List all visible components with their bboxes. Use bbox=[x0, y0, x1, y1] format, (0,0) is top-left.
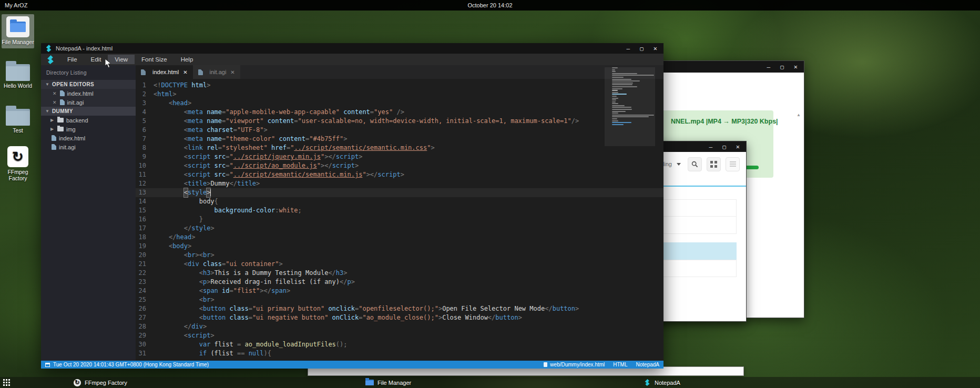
taskbar-item-file-manager[interactable]: File Manager bbox=[365, 377, 411, 388]
search-button[interactable] bbox=[688, 157, 702, 171]
code-line: 4 <meta name="apple-mobile-web-app-capab… bbox=[136, 108, 663, 117]
desktop-icon-test[interactable]: Test bbox=[2, 109, 34, 134]
menu-view[interactable]: View bbox=[108, 55, 135, 64]
status-file-path[interactable]: web/Dummy/index.html bbox=[550, 362, 605, 367]
code-line: 11 <script src="../script/semantic/seman… bbox=[136, 170, 663, 179]
code-line: 14 body{ bbox=[136, 197, 663, 206]
section-label: DUMMY bbox=[52, 108, 73, 114]
minimap[interactable] bbox=[612, 67, 655, 204]
chevron-down-icon: ▼ bbox=[45, 109, 50, 114]
minimize-button[interactable]: – bbox=[627, 46, 630, 52]
minimize-button[interactable]: – bbox=[709, 144, 713, 150]
maximize-button[interactable]: ▢ bbox=[722, 144, 726, 150]
notepada-logo-icon bbox=[45, 45, 53, 52]
menu-file[interactable]: File bbox=[60, 55, 84, 64]
project-section-dummy[interactable]: ▼ DUMMY bbox=[41, 107, 136, 116]
code-line: 18 </head> bbox=[136, 233, 663, 242]
code-editor: index.html ✕ init.agi ✕ 1<!DOCTYPE html>… bbox=[136, 65, 663, 361]
close-icon[interactable]: ✕ bbox=[230, 69, 234, 75]
menu-edit[interactable]: Edit bbox=[84, 55, 108, 64]
editor-tab-bar: index.html ✕ init.agi ✕ bbox=[136, 65, 663, 79]
file-icon bbox=[198, 69, 203, 75]
status-datetime: Tue Oct 20 2020 14:01:43 GMT+0800 (Hong … bbox=[53, 362, 209, 367]
desktop: My ArOZ October 20 14:02 File Manager He… bbox=[0, 0, 980, 388]
code-line: 20 <br><br> bbox=[136, 251, 663, 260]
ffmpeg-factory-icon: ↻ bbox=[7, 146, 28, 167]
file-icon bbox=[52, 144, 56, 150]
open-editors-section[interactable]: ▼ OPEN EDITORS bbox=[41, 80, 136, 89]
top-bar: My ArOZ October 20 14:02 bbox=[0, 0, 980, 11]
code-line: 27 <button class="ui negative button" on… bbox=[136, 313, 663, 322]
file-name: init.agi bbox=[59, 144, 76, 150]
list-view-button[interactable] bbox=[726, 157, 740, 171]
notepada-window: NotepadA - index.html – ▢ ✕ File Edit Vi… bbox=[41, 43, 663, 369]
maximize-button[interactable]: ▢ bbox=[780, 64, 784, 70]
code-line: 10 <script src="../script/ao_module.js">… bbox=[136, 161, 663, 170]
code-line: 8 <link rel="stylesheet" href="../script… bbox=[136, 144, 663, 152]
code-line: 26 <button class="ui primary button" onc… bbox=[136, 304, 663, 313]
folder-name: img bbox=[66, 126, 76, 132]
window-titlebar[interactable]: NotepadA - index.html – ▢ ✕ bbox=[41, 43, 663, 54]
menu-font-size[interactable]: Font Size bbox=[135, 55, 174, 64]
grid-view-button[interactable] bbox=[707, 157, 721, 171]
code-line: 16 } bbox=[136, 215, 663, 224]
file-icon bbox=[544, 362, 547, 367]
tree-folder-backend[interactable]: ▶ backend bbox=[41, 116, 136, 125]
tab-index-html[interactable]: index.html ✕ bbox=[136, 65, 193, 79]
desktop-icon-hello-world[interactable]: Hello World bbox=[2, 64, 34, 89]
code-line: 17 </style> bbox=[136, 224, 663, 233]
file-icon bbox=[60, 99, 65, 105]
file-explorer-sidebar: Directory Listing ▼ OPEN EDITORS ✕ index… bbox=[41, 65, 136, 361]
system-menu[interactable]: My ArOZ bbox=[5, 2, 27, 8]
code-line: 29 <script> bbox=[136, 331, 663, 340]
app-launcher-button[interactable] bbox=[3, 379, 11, 386]
close-icon[interactable]: ✕ bbox=[53, 100, 57, 105]
open-editor-item-index-html[interactable]: ✕ index.html bbox=[41, 89, 136, 98]
tree-file-index-html[interactable]: index.html bbox=[41, 134, 136, 142]
code-line: 2<html> bbox=[136, 90, 663, 99]
sidebar-heading: Directory Listing bbox=[41, 65, 136, 80]
close-button[interactable]: ✕ bbox=[654, 45, 657, 52]
code-line: 3 <head> bbox=[136, 99, 663, 108]
taskbar-item-label: NotepadA bbox=[655, 380, 680, 386]
file-icon bbox=[60, 90, 65, 96]
scroll-up-icon[interactable]: ▲ bbox=[797, 113, 801, 117]
close-button[interactable]: ✕ bbox=[736, 144, 740, 150]
tree-folder-img[interactable]: ▶ img bbox=[41, 125, 136, 134]
tab-init-agi[interactable]: init.agi ✕ bbox=[193, 65, 240, 79]
close-icon[interactable]: ✕ bbox=[53, 91, 57, 96]
tab-label: index.html bbox=[152, 69, 179, 75]
chevron-down-icon[interactable] bbox=[677, 163, 681, 166]
close-icon[interactable]: ✕ bbox=[183, 69, 187, 75]
code-line: 21 <div class="ui container"> bbox=[136, 260, 663, 269]
folder-icon bbox=[57, 118, 64, 122]
taskbar-item-ffmpeg-factory[interactable]: ↻ FFmpeg Factory bbox=[74, 377, 127, 388]
code-line: 5 <meta name="viewport" content="user-sc… bbox=[136, 117, 663, 126]
open-editor-item-init-agi[interactable]: ✕ init.agi bbox=[41, 98, 136, 107]
menu-help[interactable]: Help bbox=[174, 55, 200, 64]
code-text-area[interactable]: 1<!DOCTYPE html>2<html>3 <head>4 <meta n… bbox=[136, 79, 663, 361]
file-name: index.html bbox=[59, 135, 85, 141]
close-button[interactable]: ✕ bbox=[794, 64, 798, 70]
file-name: index.html bbox=[67, 90, 94, 97]
code-line: 19 <body> bbox=[136, 242, 663, 251]
file-icon bbox=[52, 135, 56, 141]
code-line: 28 </div> bbox=[136, 322, 663, 331]
grid-icon bbox=[3, 379, 5, 381]
tree-file-init-agi[interactable]: init.agi bbox=[41, 142, 136, 151]
minimize-button[interactable]: – bbox=[767, 64, 771, 70]
folder-icon bbox=[57, 127, 64, 131]
taskbar-item-label: FFmpeg Factory bbox=[85, 380, 127, 386]
folder-name: backend bbox=[66, 117, 88, 124]
desktop-icon-label: File Manager bbox=[2, 39, 34, 45]
code-line: 23 <p>Received drag-in filelist (if any)… bbox=[136, 278, 663, 287]
code-line: 22 <h3>This is a Dummy Testing Module</h… bbox=[136, 269, 663, 278]
section-label: OPEN EDITORS bbox=[52, 81, 94, 87]
status-language[interactable]: HTML bbox=[613, 362, 627, 367]
taskbar-item-notepada[interactable]: NotepadA bbox=[644, 377, 680, 388]
maximize-button[interactable]: ▢ bbox=[640, 46, 644, 52]
file-icon bbox=[141, 69, 146, 75]
desktop-icon-file-manager[interactable]: File Manager bbox=[2, 14, 34, 48]
desktop-icon-ffmpeg-factory[interactable]: ↻ FFmpeg Factory bbox=[2, 146, 34, 181]
status-app-name: NotepadA bbox=[636, 362, 659, 367]
